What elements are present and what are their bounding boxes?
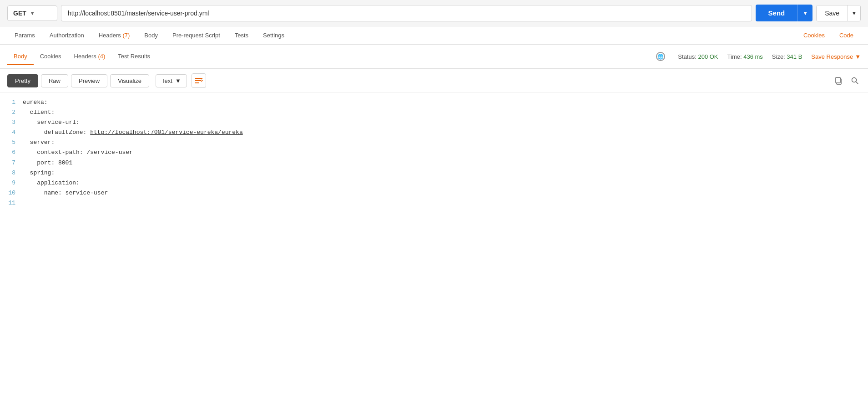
size-value: 341 B xyxy=(787,53,802,60)
line-content: name: service-user xyxy=(23,188,108,198)
request-right-tabs: Cookies Code xyxy=(796,26,861,44)
format-visualize-button[interactable]: Visualize xyxy=(110,74,149,87)
line-content: application: xyxy=(23,178,80,188)
save-button-group: Save ▼ xyxy=(816,5,861,21)
format-pretty-button[interactable]: Pretty xyxy=(7,74,38,87)
send-button-group: Send ▼ xyxy=(756,5,813,21)
line-content: port: 8001 xyxy=(23,158,72,168)
method-select[interactable]: GET ▼ xyxy=(7,5,57,21)
tab-params[interactable]: Params xyxy=(7,26,42,44)
time-label: Time: xyxy=(727,53,742,60)
word-wrap-icon[interactable] xyxy=(192,73,206,88)
save-response-button[interactable]: Save Response ▼ xyxy=(811,53,861,60)
code-line: 7 port: 8001 xyxy=(0,158,868,168)
send-button[interactable]: Send xyxy=(756,5,798,21)
line-number: 10 xyxy=(0,188,23,198)
tab-settings[interactable]: Settings xyxy=(256,26,292,44)
save-button[interactable]: Save xyxy=(817,5,848,21)
line-content: spring: xyxy=(23,168,55,178)
top-bar: GET ▼ Send ▼ Save ▼ xyxy=(0,0,868,26)
code-line: 1eureka: xyxy=(0,97,868,107)
tab-authorization[interactable]: Authorization xyxy=(42,26,91,44)
format-raw-button[interactable]: Raw xyxy=(41,74,68,87)
tab-cookies-link[interactable]: Cookies xyxy=(796,26,832,44)
line-content: eureka: xyxy=(23,97,48,107)
response-meta: 🌐 Status: 200 OK Time: 436 ms Size: 341 … xyxy=(656,52,861,61)
code-area: 1eureka:2 client:3 service-url:4 default… xyxy=(0,93,868,239)
format-preview-button[interactable]: Preview xyxy=(71,74,107,87)
line-number: 7 xyxy=(0,158,23,168)
code-line: 5 server: xyxy=(0,138,868,148)
line-number: 1 xyxy=(0,97,23,107)
response-headers-badge: (4) xyxy=(98,53,105,60)
copy-icon[interactable] xyxy=(833,75,844,87)
line-content: service-url: xyxy=(23,118,80,128)
right-icons xyxy=(833,75,861,87)
body-format-bar: Pretty Raw Preview Visualize Text ▼ xyxy=(0,69,868,93)
line-content: context-path: /service-user xyxy=(23,148,133,158)
tab-body[interactable]: Body xyxy=(137,26,165,44)
status-value: 200 OK xyxy=(698,53,718,60)
code-line: 3 service-url: xyxy=(0,118,868,128)
line-number: 11 xyxy=(0,198,23,208)
line-number: 5 xyxy=(0,138,23,148)
line-number: 9 xyxy=(0,178,23,188)
line-content: defaultZone: http://localhost:7001/servi… xyxy=(23,128,243,138)
line-content: client: xyxy=(23,107,55,118)
line-number: 8 xyxy=(0,168,23,178)
code-line: 11 xyxy=(0,198,868,208)
line-content: server: xyxy=(23,138,55,148)
svg-rect-4 xyxy=(836,77,840,83)
response-header: Body Cookies Headers (4) Test Results 🌐 … xyxy=(0,45,868,69)
code-line: 9 application: xyxy=(0,178,868,188)
tab-tests[interactable]: Tests xyxy=(227,26,256,44)
code-line: 6 context-path: /service-user xyxy=(0,148,868,158)
tab-headers[interactable]: Headers (7) xyxy=(91,26,137,44)
code-line: 8 spring: xyxy=(0,168,868,178)
response-tab-body[interactable]: Body xyxy=(7,48,34,65)
eureka-url-link[interactable]: http://localhost:7001/service-eureka/eur… xyxy=(90,129,242,136)
line-number: 3 xyxy=(0,118,23,128)
text-dropdown[interactable]: Text ▼ xyxy=(156,74,187,87)
code-line: 4 defaultZone: http://localhost:7001/ser… xyxy=(0,128,868,138)
headers-badge: (7) xyxy=(122,32,130,39)
tab-code-link[interactable]: Code xyxy=(832,26,861,44)
line-number: 6 xyxy=(0,148,23,158)
save-arrow-button[interactable]: ▼ xyxy=(848,5,860,21)
time-value: 436 ms xyxy=(743,53,763,60)
response-tab-headers[interactable]: Headers (4) xyxy=(68,48,112,65)
send-arrow-button[interactable]: ▼ xyxy=(797,5,812,21)
method-chevron: ▼ xyxy=(30,10,35,16)
text-dropdown-label: Text xyxy=(161,77,172,84)
response-tab-cookies[interactable]: Cookies xyxy=(34,48,68,65)
size-label: Size: xyxy=(772,53,785,60)
line-number: 4 xyxy=(0,128,23,138)
line-number: 2 xyxy=(0,107,23,118)
code-line: 2 client: xyxy=(0,107,868,118)
tab-prerequest[interactable]: Pre-request Script xyxy=(165,26,227,44)
method-label: GET xyxy=(13,10,26,17)
svg-line-6 xyxy=(856,82,858,84)
response-tab-test-results[interactable]: Test Results xyxy=(111,48,156,65)
url-input[interactable] xyxy=(61,5,752,21)
status-label: Status: xyxy=(678,53,696,60)
globe-icon: 🌐 xyxy=(656,52,665,61)
search-icon[interactable] xyxy=(849,75,861,87)
code-line: 10 name: service-user xyxy=(0,188,868,198)
text-dropdown-chevron: ▼ xyxy=(175,77,181,84)
request-tabs: Params Authorization Headers (7) Body Pr… xyxy=(0,26,868,45)
